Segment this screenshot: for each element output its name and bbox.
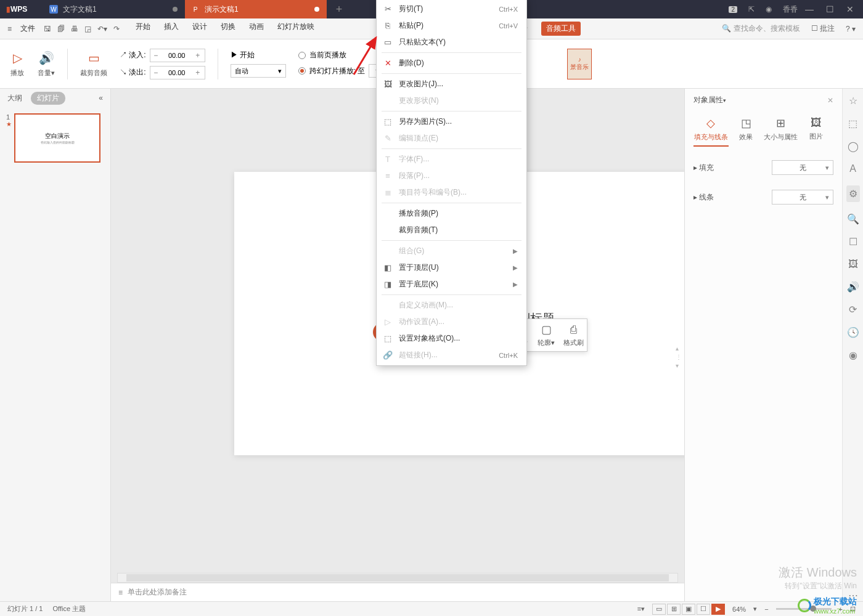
rp-side-image-icon[interactable]: 🖼 — [848, 259, 858, 270]
slide-thumbnail[interactable]: 空白演示 在此输入您的封面副标题 — [14, 113, 100, 163]
ctx-item[interactable]: ◧置于顶层(U)▶ — [377, 259, 526, 276]
horizontal-scrollbar[interactable] — [117, 573, 678, 583]
ctx-item: 🔗超链接(H)...Ctrl+K — [377, 347, 526, 363]
start-select[interactable]: 自动▾ — [231, 64, 286, 78]
minimize-button[interactable]: — — [805, 4, 814, 14]
search-box[interactable]: 🔍 查找命令、搜索模板 — [722, 23, 800, 34]
tab-start[interactable]: 开始 — [136, 22, 150, 36]
rp-side-star-icon[interactable]: ☆ — [849, 95, 857, 107]
app-center-icon[interactable]: ⇱ — [748, 5, 755, 14]
doc-tab-text[interactable]: W 文字文稿1 — [43, 0, 185, 18]
redo-icon[interactable]: ↷ — [113, 25, 120, 33]
rp-tab-picture[interactable]: 🖼图片 — [798, 113, 833, 147]
radio-current-label: 当前页播放 — [309, 50, 346, 60]
volume-button[interactable]: 🔊音量▾ — [38, 50, 55, 78]
view-slideshow-icon[interactable]: ▶ — [711, 604, 725, 615]
title-icons: 2 ⇱ ◉ 香香 — [729, 0, 805, 18]
rp-side-settings-icon[interactable]: ⚙ — [846, 185, 860, 202]
crop-audio-button[interactable]: ▭裁剪音频 — [80, 50, 107, 78]
ppt-icon: P — [191, 5, 200, 14]
fade-out-input[interactable]: −+ — [150, 66, 205, 79]
maximize-button[interactable]: ☐ — [826, 4, 834, 14]
ctx-item[interactable]: ▭只粘贴文本(Y) — [377, 34, 526, 51]
rp-side-sync-icon[interactable]: ⟳ — [849, 304, 857, 315]
fade-out-label: ↘ 淡出: — [120, 67, 146, 78]
ft-format-painter[interactable]: ⎙格式刷 — [560, 319, 587, 351]
message-badge[interactable]: 2 — [729, 6, 737, 13]
rp-side-shape-icon[interactable]: ◯ — [848, 140, 859, 152]
rp-fill-select[interactable]: 无 — [772, 160, 833, 175]
annotate-button[interactable]: ☐ 批注 — [811, 23, 835, 34]
rp-side-text-icon[interactable]: A — [849, 163, 856, 174]
menu-icon[interactable]: ≡ — [7, 25, 12, 33]
ctx-item[interactable]: ✂剪切(T)Ctrl+X — [377, 1, 526, 17]
tab-animation[interactable]: 动画 — [249, 22, 264, 36]
rp-side-history-icon[interactable]: 🕓 — [847, 326, 859, 338]
notes-toggle-icon[interactable]: ≡▾ — [637, 605, 645, 613]
rp-line-select[interactable]: 无 — [772, 190, 833, 205]
rp-close-button[interactable]: ✕ — [827, 96, 833, 105]
ctx-item: T字体(F)... — [377, 151, 526, 168]
save-icon[interactable]: 🖫 — [44, 25, 51, 33]
rp-tab-size[interactable]: ⊞大小与属性 — [764, 113, 799, 147]
ctx-item: ≣项目符号和编号(B)... — [377, 184, 526, 201]
rp-side-sound-icon[interactable]: 🔊 — [847, 281, 859, 293]
user-avatar-icon[interactable]: ◉ — [766, 5, 772, 14]
user-name[interactable]: 香香 — [783, 4, 798, 15]
help-button[interactable]: ? ▾ — [846, 25, 856, 33]
ctx-item[interactable]: ⬚另存为图片(S)... — [377, 113, 526, 130]
vscroll-indicator: ▴⋮▾ — [676, 345, 682, 369]
site-logo-icon — [798, 599, 811, 612]
rp-tab-effects[interactable]: ◳效果 — [729, 113, 764, 147]
start-label: ▶ 开始 — [231, 50, 255, 60]
tab-slideshow[interactable]: 幻灯片放映 — [277, 22, 314, 36]
zoom-value[interactable]: 64% — [732, 606, 746, 613]
ctx-item[interactable]: 裁剪音频(T) — [377, 222, 526, 238]
rp-side-template-icon[interactable]: ⬚ — [848, 118, 857, 129]
rp-fill-row[interactable]: ▸ 填充 无 — [693, 153, 833, 182]
rp-side-search-icon[interactable]: 🔍 — [847, 213, 859, 225]
undo-icon[interactable]: ↶▾ — [97, 25, 107, 33]
bg-music-button[interactable]: ♪景音乐 — [567, 49, 592, 79]
rp-tab-fill-line[interactable]: ◇填充与线条 — [693, 113, 729, 147]
ctx-item[interactable]: ◨置于底层(K)▶ — [377, 276, 526, 293]
close-window-button[interactable]: ✕ — [846, 4, 854, 14]
rp-side-record-icon[interactable]: ◉ — [849, 349, 857, 361]
file-menu[interactable]: 文件 — [14, 21, 41, 36]
site-watermark: 极光下载站 www.xz7.com — [798, 596, 857, 615]
notes-pane[interactable]: ≡ 单击此处添加备注 — [111, 583, 684, 601]
print-icon[interactable]: 🖶 — [71, 25, 78, 33]
save-as-icon[interactable]: 🗐 — [57, 25, 65, 33]
fade-in-input[interactable]: −+ — [150, 49, 205, 62]
rp-line-row[interactable]: ▸ 线条 无 — [693, 182, 833, 212]
collapse-panel-icon[interactable]: « — [99, 94, 103, 102]
tab-transition[interactable]: 切换 — [221, 22, 235, 36]
radio-current-page[interactable] — [298, 52, 306, 59]
ctx-item[interactable]: 播放音频(P) — [377, 205, 526, 222]
notes-icon: ≡ — [118, 588, 123, 597]
ctx-item: ▷动作设置(A)... — [377, 314, 526, 330]
ft-outline[interactable]: ▢轮廓▾ — [533, 319, 560, 351]
doc-tab-presentation[interactable]: P 演示文稿1 — [185, 0, 327, 18]
rp-title: 对象属性▾ ✕ — [693, 95, 833, 105]
view-notes-icon[interactable]: ☐ — [697, 604, 710, 615]
view-normal-icon[interactable]: ▭ — [652, 604, 666, 615]
zoom-out[interactable]: − — [764, 606, 768, 613]
ctx-item[interactable]: ✕删除(D) — [377, 55, 526, 71]
radio-cross-slide[interactable] — [298, 67, 306, 75]
play-button[interactable]: ▷播放 — [9, 50, 25, 78]
ctx-item[interactable]: ⎘粘贴(P)Ctrl+V — [377, 17, 526, 34]
view-reading-icon[interactable]: ▣ — [682, 604, 695, 615]
radio-cross-label: 跨幻灯片播放: 至 — [309, 66, 366, 76]
tab-design[interactable]: 设计 — [192, 22, 207, 36]
outline-tab[interactable]: 大纲 — [7, 93, 22, 103]
tab-insert[interactable]: 插入 — [164, 22, 179, 36]
view-sorter-icon[interactable]: ⊞ — [667, 604, 681, 615]
tab-audio-tools[interactable]: 音频工具 — [541, 22, 581, 36]
preview-icon[interactable]: ◲ — [84, 25, 91, 33]
ctx-item[interactable]: ⬚设置对象格式(O)... — [377, 330, 526, 347]
ctx-item[interactable]: 🖼更改图片(J)... — [377, 76, 526, 92]
slides-tab[interactable]: 幻灯片 — [31, 92, 65, 105]
add-tab-button[interactable]: + — [327, 0, 351, 18]
rp-side-clipboard-icon[interactable]: ☐ — [849, 236, 857, 248]
